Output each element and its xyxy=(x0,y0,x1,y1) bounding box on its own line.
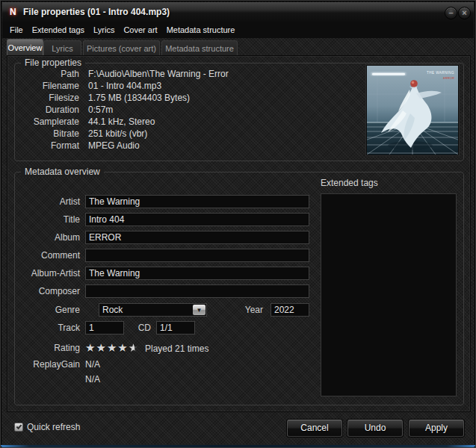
composer-label: Composer xyxy=(15,284,80,298)
replaygain-album: N/A xyxy=(85,373,100,386)
quick-refresh-checkbox[interactable] xyxy=(14,423,23,432)
played-count: Played 21 times xyxy=(145,342,208,355)
genre-combobox[interactable]: Rock ▼ xyxy=(99,303,207,317)
prop-label: Format xyxy=(14,140,79,152)
menubar: File Extended tags Lyrics Cover art Meta… xyxy=(2,22,474,38)
prop-row-path: PathF:\Audio\Alben\The Warning - Error xyxy=(14,68,358,80)
field-row-rating: Rating ★★★★★ Played 21 times xyxy=(15,341,329,354)
prop-row-filename: Filename01 - Intro 404.mp3 xyxy=(14,80,358,92)
replaygain-label: ReplayGain xyxy=(15,358,80,371)
album-artist-label: Album-Artist xyxy=(15,267,80,280)
prop-row-filesize: Filesize1.75 MB (1834403 Bytes) xyxy=(14,92,358,104)
album-artist-input[interactable] xyxy=(85,267,309,280)
field-row-album: Album xyxy=(15,231,329,244)
menu-lyrics[interactable]: Lyrics xyxy=(90,22,117,38)
field-row-comment: Comment xyxy=(15,249,329,262)
close-icon: × xyxy=(462,8,466,17)
file-properties-group-label: File properties xyxy=(21,57,85,68)
quick-refresh-label: Quick refresh xyxy=(27,423,80,432)
genre-label: Genre xyxy=(15,303,80,317)
prop-value: F:\Audio\Alben\The Warning - Error xyxy=(88,68,229,80)
replaygain-track: N/A xyxy=(85,358,100,371)
menu-extended-tags[interactable]: Extended tags xyxy=(29,22,87,38)
field-row-replaygain2: N/A xyxy=(15,373,329,386)
minimize-icon: – xyxy=(448,8,453,17)
checkmark-icon xyxy=(16,423,22,429)
extended-tags-listbox[interactable] xyxy=(321,193,457,396)
rating-stars[interactable]: ★★★★★ xyxy=(85,341,139,355)
track-label: Track xyxy=(15,321,80,335)
cancel-button[interactable]: Cancel xyxy=(287,420,342,437)
title-label: Title xyxy=(15,213,80,226)
titlebar: N File properties (01 - Intro 404.mp3) –… xyxy=(2,2,474,22)
prop-row-bitrate: Bitrate251 kbit/s (vbr) xyxy=(14,128,358,140)
album-input[interactable] xyxy=(85,231,309,244)
prop-label: Filename xyxy=(14,80,79,92)
field-row-album-artist: Album-Artist xyxy=(15,267,329,280)
album-label: Album xyxy=(15,231,80,244)
field-row-title: Title xyxy=(15,213,329,226)
tabstrip: Overview Lyrics Pictures (cover art) Met… xyxy=(2,38,474,55)
rating-label: Rating xyxy=(15,341,80,355)
prop-value: MPEG Audio xyxy=(88,140,140,152)
prop-label: Filesize xyxy=(14,92,79,104)
prop-value: 44.1 kHz, Stereo xyxy=(88,116,155,128)
app-icon: N xyxy=(10,2,16,22)
window-title: File properties (01 - Intro 404.mp3) xyxy=(23,2,170,22)
cd-label: CD xyxy=(91,321,151,335)
artist-label: Artist xyxy=(15,195,80,208)
tab-lyrics[interactable]: Lyrics xyxy=(43,40,81,55)
prop-value: 0:57m xyxy=(88,104,113,116)
file-properties-window: N File properties (01 - Intro 404.mp3) –… xyxy=(0,0,476,448)
album-cover-art: THE WARNING ERROR xyxy=(366,65,459,155)
prop-value: 251 kbit/s (vbr) xyxy=(88,128,147,140)
menu-cover-art[interactable]: Cover art xyxy=(120,22,160,38)
star-icon[interactable]: ★★★★ xyxy=(85,341,129,354)
album-art-title-text: ERROR xyxy=(443,76,454,80)
tab-overview[interactable]: Overview xyxy=(7,39,43,55)
field-row-artist: Artist xyxy=(15,195,329,208)
field-row-composer: Composer xyxy=(15,284,329,298)
field-row-genre-year: Genre Rock ▼ Year xyxy=(15,303,329,317)
album-art-artist-text: THE WARNING xyxy=(427,71,454,75)
prop-label: Duration xyxy=(14,104,79,116)
file-properties-rows: PathF:\Audio\Alben\The Warning - Error F… xyxy=(14,68,358,152)
title-input[interactable] xyxy=(85,213,309,226)
tab-pictures[interactable]: Pictures (cover art) xyxy=(83,40,160,55)
prop-label: Path xyxy=(14,68,79,80)
minimize-button[interactable]: – xyxy=(445,7,457,19)
artist-input[interactable] xyxy=(85,195,309,208)
field-row-replaygain: ReplayGain N/A xyxy=(15,358,329,371)
year-input[interactable] xyxy=(271,303,309,317)
genre-value: Rock xyxy=(102,304,123,316)
prop-label: Samplerate xyxy=(14,116,79,128)
metadata-overview-group-label: Metadata overview xyxy=(21,167,104,177)
composer-input[interactable] xyxy=(85,284,309,298)
prop-row-samplerate: Samplerate44.1 kHz, Stereo xyxy=(14,116,358,128)
tab-metadata-structure[interactable]: Metadata structure xyxy=(161,40,238,55)
window-bottom-glow xyxy=(1,445,475,447)
undo-button[interactable]: Undo xyxy=(347,420,403,437)
prop-row-format: FormatMPEG Audio xyxy=(14,140,358,152)
menu-file[interactable]: File xyxy=(7,22,26,38)
comment-input[interactable] xyxy=(85,249,309,262)
star-half-icon[interactable]: ★ xyxy=(129,341,139,354)
cd-input[interactable] xyxy=(156,321,195,335)
field-row-track-cd: Track CD xyxy=(15,321,329,335)
prop-row-duration: Duration0:57m xyxy=(14,104,358,116)
extended-tags-label: Extended tags xyxy=(321,178,378,188)
year-label: Year xyxy=(198,303,263,317)
prop-label: Bitrate xyxy=(14,128,79,140)
comment-label: Comment xyxy=(15,249,80,262)
close-button[interactable]: × xyxy=(458,7,471,19)
prop-value: 01 - Intro 404.mp3 xyxy=(88,80,161,92)
apply-button[interactable]: Apply xyxy=(409,420,464,437)
prop-value: 1.75 MB (1834403 Bytes) xyxy=(88,92,190,104)
menu-metadata-structure[interactable]: Metadata structure xyxy=(164,22,238,38)
